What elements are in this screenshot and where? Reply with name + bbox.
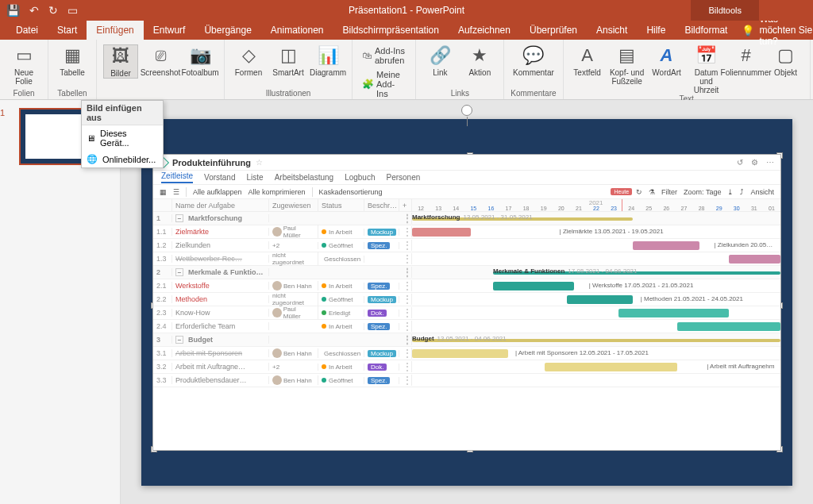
task-row: 1.3Wettbewerber-Rec…nicht zugeordnetGesc… xyxy=(153,252,780,266)
screenshot-button[interactable]: ⎚ Screenshot xyxy=(143,44,178,77)
task-row: 3−Budget⋮Budget13.05.2021 - 04.06.2021 xyxy=(153,333,780,347)
col-status: Status xyxy=(318,199,364,211)
group-bilder-label xyxy=(160,89,162,99)
refresh-icon: ↻ xyxy=(636,188,642,196)
tab-bildschirm[interactable]: Bildschirmpräsentation xyxy=(333,21,449,40)
task-row: 3.2Arbeit mit Auftragne…+2In ArbeitDok.⋮… xyxy=(153,360,780,374)
project-title: Produkteinführung xyxy=(172,158,251,167)
zoom-label: Zoom: Tage xyxy=(684,188,721,196)
undo-icon[interactable]: ↶ xyxy=(29,4,39,17)
settings-icon: ⚙ xyxy=(751,158,758,167)
slide-canvas-area: Produkteinführung ☆ ↺ ⚙ ⋯ Zeitleiste Vor… xyxy=(121,100,813,504)
tab-ueberpruefen[interactable]: Überprüfen xyxy=(520,21,587,40)
group-links-label: Links xyxy=(451,89,469,99)
emb-tab-arbeit: Arbeitsbelastung xyxy=(275,173,334,182)
export-icon: ⤓ xyxy=(727,188,734,196)
bilder-button[interactable]: 🖼 Bilder xyxy=(103,44,138,79)
formen-button[interactable]: ◇ Formen xyxy=(231,44,266,77)
header-footer-icon: ▤ xyxy=(616,44,638,67)
tab-aufzeichnen[interactable]: Aufzeichnen xyxy=(449,21,520,40)
contextual-tab-bildtools: Bildtools xyxy=(691,0,759,21)
emb-header: Produkteinführung ☆ ↺ ⚙ ⋯ xyxy=(153,155,780,171)
group-tabellen-label: Tabellen xyxy=(57,89,87,99)
slideshow-icon[interactable]: ▭ xyxy=(67,4,78,17)
chart-icon: 📊 xyxy=(317,44,339,67)
kommentar-button[interactable]: 💬Kommentar xyxy=(516,44,551,77)
ansicht-label: Ansicht xyxy=(750,188,774,196)
tab-animationen[interactable]: Animationen xyxy=(261,21,333,40)
more-icon: ⋯ xyxy=(766,158,774,167)
photo-album-icon: 📷 xyxy=(189,44,211,67)
link-button[interactable]: 🔗Link xyxy=(422,44,457,77)
tab-ansicht[interactable]: Ansicht xyxy=(587,21,637,40)
cascade-sort: Kaskadensortierung xyxy=(319,188,383,196)
col-desc: Beschr… xyxy=(364,199,399,211)
objekt-button[interactable]: ▢Objekt xyxy=(769,44,803,77)
group-folien-label: Folien xyxy=(13,89,34,99)
smartart-button[interactable]: ◫ SmartArt xyxy=(271,44,306,77)
tab-datei[interactable]: Datei xyxy=(6,21,48,40)
textfeld-button[interactable]: ATextfeld xyxy=(570,44,605,77)
table-icon: ▦ xyxy=(61,44,83,67)
date-icon: 📅 xyxy=(695,44,718,67)
tell-me-search[interactable]: 💡 Was möchten Sie tun? xyxy=(742,21,813,40)
tab-entwurf[interactable]: Entwurf xyxy=(144,21,195,40)
emb-tab-logbuch: Logbuch xyxy=(345,173,375,182)
tab-einfuegen[interactable]: Einfügen xyxy=(87,21,143,40)
tab-start[interactable]: Start xyxy=(48,21,87,40)
meine-addins-button[interactable]: 🧩Meine Add-Ins xyxy=(359,68,409,100)
comment-icon: 💬 xyxy=(522,44,545,67)
tab-bildformat[interactable]: Bildformat xyxy=(675,21,737,40)
kopf-fusszeile-button[interactable]: ▤Kopf- und Fußzeile xyxy=(610,44,645,86)
emb-tab-liste: Liste xyxy=(247,173,264,182)
embedded-timeline-image[interactable]: Produkteinführung ☆ ↺ ⚙ ⋯ Zeitleiste Vor… xyxy=(152,154,781,451)
share-icon: ⤴ xyxy=(740,188,744,196)
title-bar: 💾 ↶ ↻ ▭ Präsentation1 - PowerPoint Bildt… xyxy=(0,0,813,21)
slide[interactable]: Produkteinführung ☆ ↺ ⚙ ⋯ Zeitleiste Vor… xyxy=(141,119,792,486)
col-assigned: Zugewiesen xyxy=(269,199,318,211)
wordart-button[interactable]: AWordArt xyxy=(649,44,684,77)
neue-folie-button[interactable]: ▭ Neue Folie xyxy=(6,44,41,86)
task-row: 1.1ZielmärktePaul MüllerIn ArbeitMockup⋮… xyxy=(153,225,780,239)
store-icon: 🛍 xyxy=(362,50,372,61)
screenshot-icon: ⎚ xyxy=(149,44,171,67)
aktion-button[interactable]: ★Aktion xyxy=(462,44,497,77)
object-icon: ▢ xyxy=(775,44,797,67)
tabelle-button[interactable]: ▦ Tabelle xyxy=(55,44,90,77)
col-name: Name der Aufgabe xyxy=(172,199,269,211)
dropdown-onlinebilder[interactable]: 🌐Onlinebilder... xyxy=(82,151,163,167)
emb-tab-personen: Personen xyxy=(387,173,421,182)
task-row: 2.4Erforderliche TeamIn ArbeitSpez.⋮ xyxy=(153,320,780,333)
expand-all: Alle aufklappen xyxy=(193,188,242,196)
dropdown-dieses-geraet[interactable]: 🖥Dieses Gerät... xyxy=(82,125,163,151)
emb-tabs: Zeitleiste Vorstand Liste Arbeitsbelastu… xyxy=(153,171,780,185)
timeline-header: 2021 12131415161718192021222324252627282… xyxy=(412,199,780,211)
addins-abrufen-button[interactable]: 🛍Add-Ins abrufen xyxy=(359,44,409,67)
rotate-handle[interactable] xyxy=(461,105,472,116)
datum-button[interactable]: 📅Datum und Uhrzeit xyxy=(689,44,724,94)
smartart-icon: ◫ xyxy=(277,44,299,67)
today-marker xyxy=(622,199,622,211)
emb-column-headers: Name der Aufgabe Zugewiesen Status Besch… xyxy=(153,199,780,212)
device-icon: 🖥 xyxy=(87,133,95,143)
slide-number-icon: # xyxy=(735,44,757,67)
diagramm-button[interactable]: 📊 Diagramm xyxy=(310,44,345,77)
collapse-all: Alle komprimieren xyxy=(249,188,306,196)
action-icon: ★ xyxy=(468,44,491,67)
tab-hilfe[interactable]: Hilfe xyxy=(637,21,675,40)
redo-icon[interactable]: ↻ xyxy=(48,4,58,17)
group-illustrationen-label: Illustrationen xyxy=(266,89,311,99)
dropdown-header: Bild einfügen aus xyxy=(82,101,163,125)
tab-uebergaenge[interactable]: Übergänge xyxy=(195,21,260,40)
task-row: 2.3Know-HowPaul MüllerErledigtDok.⋮ xyxy=(153,306,780,320)
save-icon[interactable]: 💾 xyxy=(6,4,20,17)
timeline-rows: 1−Marktforschung⋮Marktforschung13.05.202… xyxy=(153,212,780,387)
fotoalbum-button[interactable]: 📷 Fotoalbum xyxy=(183,44,218,77)
task-row: 3.3Produktlebensdauer…Ben HahnGeöffnetSp… xyxy=(153,374,780,387)
task-row: 2−Merkmale & Funktio…⋮Merkmale & Funktio… xyxy=(153,266,780,279)
lightbulb-icon: 💡 xyxy=(742,25,754,37)
foliennummer-button[interactable]: #Foliennummer xyxy=(729,44,764,77)
list-icon: ☰ xyxy=(173,188,179,196)
task-row: 1.2Zielkunden+2GeöffnetSpez.⋮| Zielkunde… xyxy=(153,239,780,252)
window-title: Präsentation1 - PowerPoint xyxy=(349,5,464,16)
